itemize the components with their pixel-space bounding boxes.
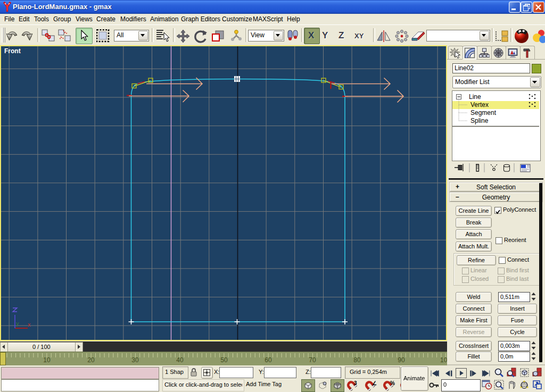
svg-text:x: x: [28, 321, 31, 328]
svg-text:y: y: [16, 320, 19, 327]
svg-text:%: %: [390, 380, 395, 386]
svg-text:3: 3: [354, 380, 357, 386]
svg-text:∠: ∠: [372, 380, 377, 386]
